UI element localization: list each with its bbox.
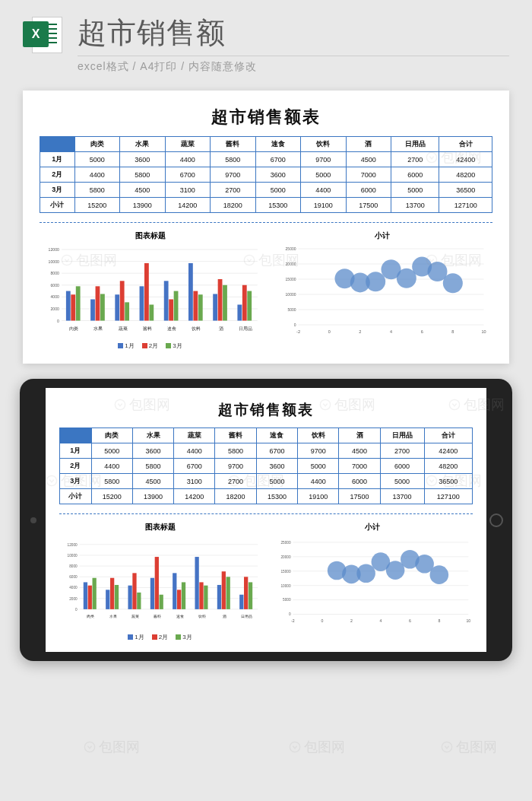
column-header: 肉类 xyxy=(74,137,120,152)
svg-rect-109 xyxy=(204,586,207,609)
table-cell: 13700 xyxy=(380,489,424,504)
row-header: 3月 xyxy=(60,474,92,489)
column-header: 蔬菜 xyxy=(165,137,211,152)
svg-text:饮料: 饮料 xyxy=(191,326,201,331)
table-cell: 6000 xyxy=(380,459,424,474)
table-row: 小计15200139001420018200153001910017500137… xyxy=(40,198,492,213)
column-header: 饮料 xyxy=(298,428,339,443)
svg-rect-27 xyxy=(144,263,149,321)
svg-text:2: 2 xyxy=(350,618,353,623)
svg-point-156 xyxy=(84,742,94,752)
table-cell: 6700 xyxy=(165,167,211,183)
svg-rect-35 xyxy=(193,291,198,321)
table-cell: 4400 xyxy=(74,167,120,183)
table-corner xyxy=(60,428,92,443)
svg-text:水果: 水果 xyxy=(109,614,117,618)
table-cell: 127100 xyxy=(439,198,492,213)
bubble-chart: 小计0500010000150002000025000-20246810 xyxy=(271,230,492,350)
svg-text:10000: 10000 xyxy=(49,259,60,264)
table-cell: 6000 xyxy=(339,474,380,489)
svg-rect-24 xyxy=(125,302,129,320)
table-cell: 19100 xyxy=(301,198,347,213)
svg-text:酱料: 酱料 xyxy=(143,326,152,331)
svg-text:0: 0 xyxy=(328,329,331,334)
table-cell: 9700 xyxy=(298,443,339,459)
svg-text:25000: 25000 xyxy=(280,541,290,545)
column-header: 酒 xyxy=(339,428,380,443)
svg-text:4000: 4000 xyxy=(50,294,59,299)
chart-title: 小计 xyxy=(271,522,473,532)
table-cell: 6700 xyxy=(255,152,301,167)
table-cell: 2700 xyxy=(380,443,424,459)
svg-text:8000: 8000 xyxy=(50,271,59,275)
svg-text:8: 8 xyxy=(438,618,440,623)
svg-rect-31 xyxy=(169,299,173,320)
table-cell: 5800 xyxy=(132,459,173,474)
table-cell: 4400 xyxy=(298,474,339,489)
svg-text:6000: 6000 xyxy=(50,283,59,288)
table-cell: 6000 xyxy=(391,167,439,183)
svg-text:速食: 速食 xyxy=(167,326,176,331)
svg-rect-87 xyxy=(84,582,87,609)
chart-title: 小计 xyxy=(271,230,492,241)
svg-point-67 xyxy=(366,272,385,291)
bar-chart: 图表标题020004000600080001000012000肉类水果蔬菜酱料速… xyxy=(59,522,261,641)
table-cell: 4500 xyxy=(339,443,380,459)
svg-text:0: 0 xyxy=(75,608,78,612)
svg-rect-38 xyxy=(213,294,217,320)
chart-title: 图表标题 xyxy=(40,230,261,241)
svg-text:8: 8 xyxy=(451,329,454,334)
table-cell: 4400 xyxy=(174,443,215,459)
sheet-title: 超市销售额表 xyxy=(59,400,473,420)
svg-rect-88 xyxy=(88,586,92,609)
svg-text:2000: 2000 xyxy=(50,307,59,311)
table-cell: 15300 xyxy=(256,489,297,504)
table-cell: 13900 xyxy=(120,198,166,213)
watermark: 包图网 xyxy=(441,738,497,756)
svg-rect-18 xyxy=(90,299,95,320)
table-cell: 5800 xyxy=(215,443,256,459)
svg-text:20000: 20000 xyxy=(280,555,290,559)
table-row: 1月5000360044005800670097004500270042400 xyxy=(40,152,492,167)
table-cell: 15200 xyxy=(91,489,132,504)
svg-text:-2: -2 xyxy=(296,329,300,334)
svg-text:15000: 15000 xyxy=(280,570,290,574)
svg-text:-2: -2 xyxy=(291,618,295,623)
svg-rect-108 xyxy=(199,582,203,609)
table-cell: 6000 xyxy=(346,183,391,198)
svg-text:20000: 20000 xyxy=(286,262,296,266)
sales-table: 肉类水果蔬菜酱料速食饮料酒日用品合计1月50003600440058006700… xyxy=(59,428,473,504)
svg-rect-107 xyxy=(195,557,198,609)
svg-text:5000: 5000 xyxy=(287,307,296,312)
svg-point-158 xyxy=(442,742,451,752)
svg-rect-34 xyxy=(188,263,193,321)
bubble-chart: 小计0500010000150002000025000-20246810 xyxy=(271,522,473,641)
table-cell: 6700 xyxy=(256,443,297,459)
svg-point-157 xyxy=(290,742,299,752)
table-cell: 2700 xyxy=(391,152,439,167)
svg-text:25000: 25000 xyxy=(286,246,296,251)
row-header: 2月 xyxy=(40,167,75,183)
svg-rect-30 xyxy=(164,281,169,320)
table-cell: 5000 xyxy=(301,167,347,183)
svg-rect-40 xyxy=(223,285,227,321)
svg-rect-111 xyxy=(217,585,221,609)
table-cell: 7000 xyxy=(346,167,391,183)
header-text: 超市销售额 excel格式 / A4打印 / 内容随意修改 xyxy=(78,14,509,74)
watermark: 包图网 xyxy=(84,738,140,756)
excel-icon: X xyxy=(23,14,65,56)
table-cell: 14200 xyxy=(165,198,211,213)
svg-rect-95 xyxy=(128,586,131,609)
svg-text:0: 0 xyxy=(321,618,323,623)
table-cell: 3100 xyxy=(174,474,215,489)
spreadsheet-preview: 超市销售额表肉类水果蔬菜酱料速食饮料酒日用品合计1月50003600440058… xyxy=(23,91,509,364)
svg-text:0: 0 xyxy=(294,323,296,327)
table-cell: 18200 xyxy=(211,198,256,213)
svg-rect-43 xyxy=(242,285,247,321)
table-row: 3月5800450031002700500044006000500036500 xyxy=(60,474,473,489)
table-cell: 4400 xyxy=(301,183,347,198)
page-title: 超市销售额 xyxy=(78,14,509,52)
dashed-separator xyxy=(40,222,492,223)
table-cell: 9700 xyxy=(301,152,347,167)
svg-rect-44 xyxy=(247,291,252,321)
